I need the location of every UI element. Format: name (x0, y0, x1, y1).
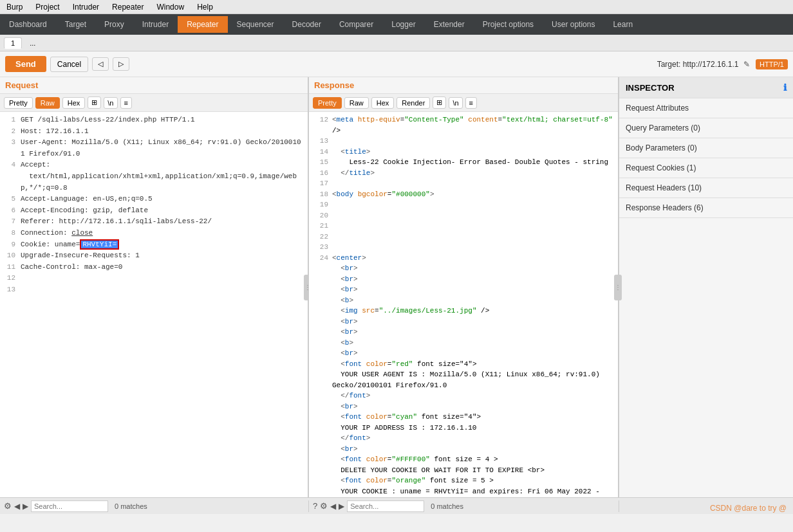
resp-line-b: <b> (312, 295, 615, 306)
req-line-8: 8 Connection: close (0, 228, 308, 239)
resp-help-icon[interactable]: ? (313, 501, 317, 511)
resp-line-br2: <br> (312, 274, 615, 285)
nav-forward-button[interactable]: ▷ (113, 57, 129, 71)
tab-learn[interactable]: Learn (604, 16, 642, 33)
resp-nav-fwd-icon[interactable]: ▶ (339, 502, 344, 511)
response-search-input[interactable] (347, 500, 424, 512)
tab-decoder[interactable]: Decoder (283, 16, 330, 33)
resp-line-17: 17 (312, 178, 615, 189)
resp-line-21: 21 (312, 221, 615, 232)
main-content: Request Pretty Raw Hex ⊞ \n ≡ 1 GET /sql… (0, 77, 793, 497)
resp-settings-icon[interactable]: ⚙ (320, 501, 328, 511)
req-nav-back-icon[interactable]: ◀ (14, 502, 20, 511)
resp-format-newline-icon[interactable]: \n (449, 97, 462, 109)
req-format-raw[interactable]: Raw (35, 97, 60, 109)
req-format-newline-icon[interactable]: \n (104, 97, 117, 109)
resp-line-12: 12 <meta http-equiv="Content-Type" conte… (312, 115, 615, 136)
menu-intruder[interactable]: Intruder (66, 1, 106, 13)
response-bottom-bar: ? ⚙ ◀ ▶ 0 matches (309, 500, 619, 512)
resp-line-br6: <br> (312, 348, 615, 359)
resp-line-font-yellow: <font color="#FFFF00" font size = 4 > (312, 454, 615, 465)
inspector-request-headers[interactable]: Request Headers (10) (619, 178, 793, 198)
response-drag-handle[interactable]: ⋮ (614, 275, 622, 300)
menu-burp[interactable]: Burp (0, 1, 29, 13)
resp-line-font-close2: </font> (312, 433, 615, 444)
resp-line-br5: <br> (312, 327, 615, 338)
response-content[interactable]: 12 <meta http-equiv="Content-Type" conte… (309, 112, 618, 497)
request-match-count: 0 matches (115, 502, 147, 510)
inspector-request-attributes[interactable]: Request Attributes (619, 98, 793, 118)
inspector-query-params[interactable]: Query Parameters (0) (619, 118, 793, 138)
req-line-3: 3 User-Agent: Mozilla/5.0 (X11; Linux x8… (0, 137, 308, 160)
resp-line-18: 18 <body bgcolor="#000000"> (312, 189, 615, 200)
send-button[interactable]: Send (5, 56, 46, 72)
request-search-input[interactable] (31, 500, 108, 512)
resp-format-render[interactable]: Render (397, 97, 430, 109)
request-bottom-bar: ⚙ ◀ ▶ 0 matches (0, 500, 309, 512)
tab-extender[interactable]: Extender (425, 16, 474, 33)
resp-format-table-icon[interactable]: ⊞ (433, 96, 446, 109)
inspector-help-icon[interactable]: ℹ (783, 82, 787, 93)
resp-format-pretty[interactable]: Pretty (313, 97, 342, 109)
resp-format-raw[interactable]: Raw (344, 97, 369, 109)
req-format-menu-icon[interactable]: ≡ (120, 97, 132, 109)
resp-format-hex[interactable]: Hex (371, 97, 395, 109)
menu-repeater[interactable]: Repeater (106, 1, 150, 13)
request-tab-1[interactable]: 1 (4, 37, 22, 49)
inspector-body-params[interactable]: Body Parameters (0) (619, 138, 793, 158)
req-line-4: 4 Accept: (0, 160, 308, 171)
resp-line-16: 16 </title> (312, 168, 615, 179)
tab-repeater[interactable]: Repeater (178, 16, 227, 33)
tab-logger[interactable]: Logger (382, 16, 424, 33)
req-line-13: 13 (0, 284, 308, 296)
resp-format-menu-icon[interactable]: ≡ (465, 97, 477, 109)
req-nav-fwd-icon[interactable]: ▶ (23, 502, 28, 511)
req-line-1: 1 GET /sqli-labs/Less-22/index.php HTTP/… (0, 115, 308, 126)
req-format-pretty[interactable]: Pretty (4, 97, 33, 109)
req-settings-icon[interactable]: ⚙ (4, 501, 12, 511)
resp-line-font-cyan: <font color="cyan" font size="4"> (312, 412, 615, 423)
request-content[interactable]: 1 GET /sqli-labs/Less-22/index.php HTTP/… (0, 112, 308, 497)
req-format-hex[interactable]: Hex (62, 97, 86, 109)
tab-user-options[interactable]: User options (543, 16, 604, 33)
inspector-title: INSPECTOR (626, 83, 675, 93)
cancel-button[interactable]: Cancel (50, 57, 88, 72)
response-panel: Response Pretty Raw Hex Render ⊞ \n ≡ 12… (309, 77, 619, 497)
bottom-bar: ⚙ ◀ ▶ 0 matches ? ⚙ ◀ ▶ 0 matches (0, 497, 793, 514)
resp-line-br3: <br> (312, 284, 615, 295)
req-line-4b: text/html,application/xhtml+xml,applicat… (0, 171, 308, 194)
tab-intruder[interactable]: Intruder (133, 16, 178, 33)
request-header: Request (0, 77, 308, 94)
resp-line-19: 19 (312, 199, 615, 210)
resp-line-br7: <br> (312, 401, 615, 412)
req-line-6: 6 Accept-Encoding: gzip, deflate (0, 205, 308, 217)
inspector-response-headers[interactable]: Response Headers (6) (619, 198, 793, 218)
resp-line-20: 20 (312, 210, 615, 221)
resp-line-font-close: </font> (312, 390, 615, 401)
menu-project[interactable]: Project (29, 1, 66, 13)
resp-line-b2: <b> (312, 338, 615, 349)
request-tab-more[interactable]: ... (26, 38, 39, 48)
http-version-badge[interactable]: HTTP/1 (756, 59, 788, 69)
tab-target[interactable]: Target (56, 16, 95, 33)
edit-target-icon[interactable]: ✎ (743, 60, 750, 69)
response-header: Response (309, 77, 618, 94)
watermark: CSDN @dare to try @ (710, 504, 787, 513)
resp-line-useragent: YOUR USER AGENT IS : Mozilla/5.0 (X11; L… (312, 369, 615, 390)
req-format-table-icon[interactable]: ⊞ (88, 96, 101, 109)
resp-line-23: 23 (312, 242, 615, 253)
request-panel: Request Pretty Raw Hex ⊞ \n ≡ 1 GET /sql… (0, 77, 309, 497)
tab-dashboard[interactable]: Dashboard (0, 16, 56, 33)
inspector-request-cookies[interactable]: Request Cookies (1) (619, 158, 793, 178)
menu-window[interactable]: Window (150, 1, 191, 13)
resp-nav-back-icon[interactable]: ◀ (330, 502, 336, 511)
menu-help[interactable]: Help (191, 1, 219, 13)
tab-comparer[interactable]: Comparer (330, 16, 382, 33)
tab-sequencer[interactable]: Sequencer (228, 16, 283, 33)
inspector-panel: INSPECTOR ℹ Request Attributes Query Par… (619, 77, 793, 497)
resp-line-cookie-val: YOUR COOKIE : uname = RHVtYiI= and expir… (312, 486, 615, 498)
tab-project-options[interactable]: Project options (474, 16, 543, 33)
resp-line-15: 15 Less-22 Cookie Injection- Error Based… (312, 157, 615, 168)
tab-proxy[interactable]: Proxy (95, 16, 133, 33)
nav-back-button[interactable]: ◁ (92, 57, 109, 71)
